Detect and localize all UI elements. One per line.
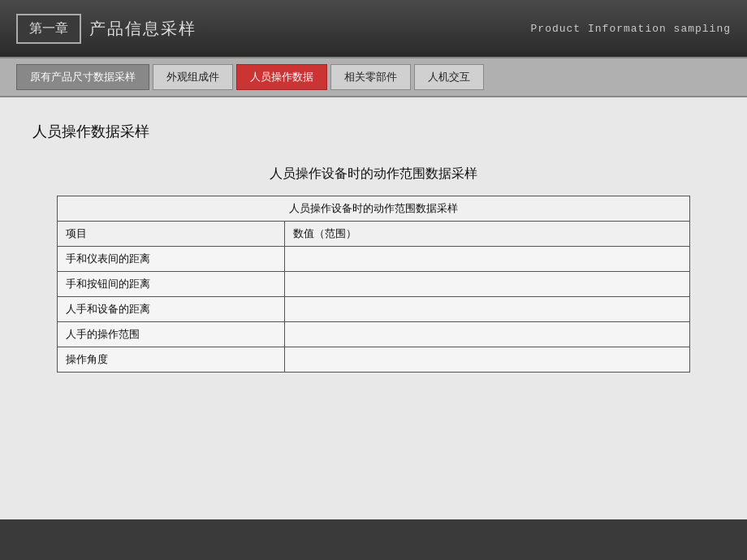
nav-tab-0[interactable]: 原有产品尺寸数据采样 bbox=[16, 64, 149, 90]
table-header-row: 人员操作设备时的动作范围数据采样 bbox=[58, 196, 690, 222]
table-row: 手和按钮间的距离 bbox=[58, 272, 690, 297]
table-cell-value bbox=[284, 272, 689, 297]
main-content: 人员操作数据采样 人员操作设备时的动作范围数据采样 人员操作设备时的动作范围数据… bbox=[0, 97, 747, 560]
data-table: 人员操作设备时的动作范围数据采样 项目 数值（范围） 手和仪表间的距离手和按钮间… bbox=[57, 196, 690, 373]
footer bbox=[0, 519, 747, 560]
table-cell-value bbox=[284, 247, 689, 272]
nav-tab-3[interactable]: 相关零部件 bbox=[330, 64, 411, 90]
table-cell-item: 人手的操作范围 bbox=[58, 322, 285, 347]
table-cell-item: 手和仪表间的距离 bbox=[58, 247, 285, 272]
table-row: 手和仪表间的距离 bbox=[58, 247, 690, 272]
chapter-label: 第一章 bbox=[16, 14, 81, 44]
table-title: 人员操作设备时的动作范围数据采样 bbox=[32, 166, 715, 183]
col-header-item: 项目 bbox=[58, 222, 285, 247]
table-cell-value bbox=[284, 322, 689, 347]
col-header-value: 数值（范围） bbox=[284, 222, 689, 247]
table-row: 操作角度 bbox=[58, 347, 690, 373]
navbar: 原有产品尺寸数据采样外观组成件人员操作数据相关零部件人机交互 bbox=[0, 57, 747, 97]
table-col-header: 项目 数值（范围） bbox=[58, 222, 690, 247]
header-title: 产品信息采样 bbox=[89, 18, 196, 40]
header-title-box: 第一章 产品信息采样 bbox=[16, 14, 196, 44]
table-cell-item: 手和按钮间的距离 bbox=[58, 272, 285, 297]
nav-tab-2[interactable]: 人员操作数据 bbox=[236, 64, 327, 90]
table-header-cell: 人员操作设备时的动作范围数据采样 bbox=[58, 196, 690, 222]
table-row: 人手和设备的距离 bbox=[58, 297, 690, 322]
table-cell-value bbox=[284, 297, 689, 322]
table-body: 手和仪表间的距离手和按钮间的距离人手和设备的距离人手的操作范围操作角度 bbox=[58, 247, 690, 373]
nav-tab-4[interactable]: 人机交互 bbox=[414, 64, 484, 90]
header-right-text: Product Information sampling bbox=[531, 23, 731, 35]
table-cell-item: 人手和设备的距离 bbox=[58, 297, 285, 322]
table-cell-item: 操作角度 bbox=[58, 347, 285, 373]
table-cell-value bbox=[284, 347, 689, 373]
header: 第一章 产品信息采样 Product Information sampling bbox=[0, 0, 747, 57]
nav-tab-1[interactable]: 外观组成件 bbox=[153, 64, 233, 90]
page-title: 人员操作数据采样 bbox=[32, 122, 715, 141]
table-row: 人手的操作范围 bbox=[58, 322, 690, 347]
